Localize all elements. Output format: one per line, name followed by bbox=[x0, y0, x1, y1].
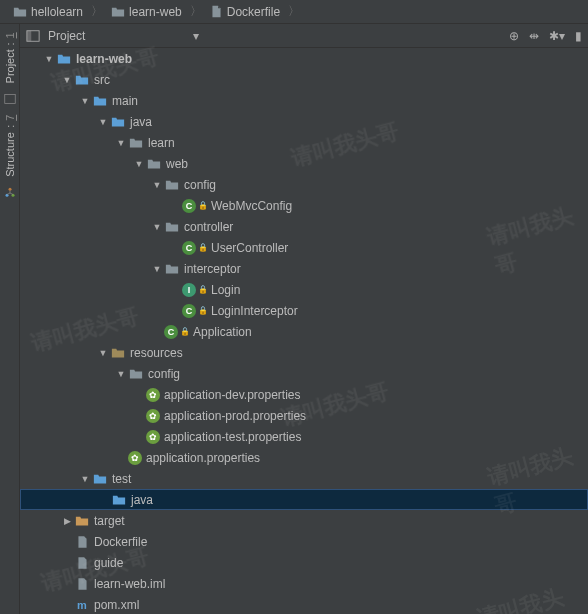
tree-label: Application bbox=[193, 325, 252, 339]
tree-row[interactable]: learn-web.iml bbox=[20, 573, 588, 594]
tree-label: LoginInterceptor bbox=[211, 304, 298, 318]
source-folder-icon bbox=[92, 93, 108, 109]
tree-row[interactable]: ✿application-test.properties bbox=[20, 426, 588, 447]
tree-label: src bbox=[94, 73, 110, 87]
tree-label: UserController bbox=[211, 241, 288, 255]
tree-row[interactable]: C🔒LoginInterceptor bbox=[20, 300, 588, 321]
project-tree[interactable]: ▼learn-web▼src▼main▼java▼learn▼web▼confi… bbox=[20, 48, 588, 614]
target-folder-icon bbox=[74, 513, 90, 529]
tree-label: learn bbox=[148, 136, 175, 150]
sidebar-tabs: Project : 1 Structure : 7 bbox=[0, 24, 20, 614]
source-folder-icon bbox=[92, 471, 108, 487]
expand-arrow[interactable]: ▼ bbox=[96, 348, 110, 358]
properties-icon: ✿ bbox=[146, 388, 160, 402]
file-icon bbox=[210, 5, 223, 18]
target-icon[interactable]: ⊕ bbox=[509, 29, 519, 43]
class-icon: C bbox=[182, 304, 196, 318]
tree-row[interactable]: ▼test bbox=[20, 468, 588, 489]
expand-arrow[interactable]: ▼ bbox=[132, 159, 146, 169]
expand-arrow[interactable]: ▼ bbox=[42, 54, 56, 64]
tree-row[interactable]: C🔒Application bbox=[20, 321, 588, 342]
breadcrumb: hellolearn 〉 learn-web 〉 Dockerfile 〉 bbox=[0, 0, 588, 24]
tree-row[interactable]: C🔒UserController bbox=[20, 237, 588, 258]
class-icon: C bbox=[182, 199, 196, 213]
breadcrumb-item-file[interactable]: Dockerfile bbox=[203, 2, 287, 22]
breadcrumb-item-root[interactable]: hellolearn bbox=[6, 2, 90, 22]
tree-row[interactable]: ▼src bbox=[20, 69, 588, 90]
tree-row[interactable]: ▼learn bbox=[20, 132, 588, 153]
project-toolbar: Project ▾ ⊕ ⇹ ✱▾ ▮ bbox=[0, 24, 588, 48]
svg-rect-1 bbox=[27, 30, 31, 41]
properties-icon: ✿ bbox=[128, 451, 142, 465]
expand-arrow[interactable]: ▼ bbox=[150, 180, 164, 190]
breadcrumb-separator: 〉 bbox=[190, 3, 202, 20]
source-folder-icon bbox=[74, 72, 90, 88]
tree-label: application-dev.properties bbox=[164, 388, 301, 402]
sidebar-tab-project[interactable]: Project : 1 bbox=[3, 28, 17, 87]
tree-row[interactable]: ▼config bbox=[20, 174, 588, 195]
file-icon bbox=[74, 555, 90, 571]
tree-row[interactable]: mpom.xml bbox=[20, 594, 588, 614]
expand-arrow[interactable]: ▼ bbox=[114, 369, 128, 379]
project-mini-icon bbox=[4, 93, 16, 105]
tree-row[interactable]: ▼interceptor bbox=[20, 258, 588, 279]
expand-arrow[interactable]: ▼ bbox=[60, 75, 74, 85]
tree-row[interactable]: ✿application-dev.properties bbox=[20, 384, 588, 405]
source-folder-icon bbox=[110, 114, 126, 130]
expand-arrow[interactable]: ▼ bbox=[114, 138, 128, 148]
tree-label: learn-web bbox=[76, 52, 132, 66]
tree-label: interceptor bbox=[184, 262, 241, 276]
tree-row[interactable]: ✿application.properties bbox=[20, 447, 588, 468]
tree-row[interactable]: ▼main bbox=[20, 90, 588, 111]
tree-label: web bbox=[166, 157, 188, 171]
expand-arrow[interactable]: ▼ bbox=[78, 474, 92, 484]
folder-icon bbox=[128, 135, 144, 151]
class-icon: C bbox=[182, 241, 196, 255]
expand-arrow[interactable]: ▼ bbox=[78, 96, 92, 106]
dropdown-icon[interactable]: ▾ bbox=[193, 29, 199, 43]
tree-row[interactable]: ▼resources bbox=[20, 342, 588, 363]
lock-badge: 🔒 bbox=[180, 327, 190, 336]
tree-row[interactable]: ✿application-prod.properties bbox=[20, 405, 588, 426]
settings-icon[interactable]: ✱▾ bbox=[549, 29, 565, 43]
tree-row[interactable]: ▶target bbox=[20, 510, 588, 531]
breadcrumb-item-project[interactable]: learn-web bbox=[104, 2, 189, 22]
tree-label: WebMvcConfig bbox=[211, 199, 292, 213]
tree-row[interactable]: ▼web bbox=[20, 153, 588, 174]
tree-row[interactable]: C🔒WebMvcConfig bbox=[20, 195, 588, 216]
tree-row[interactable]: ▼learn-web bbox=[20, 48, 588, 69]
tree-row[interactable]: ▼controller bbox=[20, 216, 588, 237]
folder-icon bbox=[13, 5, 27, 19]
lock-badge: 🔒 bbox=[198, 201, 208, 210]
tree-row[interactable]: I🔒Login bbox=[20, 279, 588, 300]
tree-row[interactable]: java bbox=[20, 489, 588, 510]
file-icon bbox=[74, 534, 90, 550]
tree-label: java bbox=[130, 115, 152, 129]
tree-row[interactable]: Dockerfile bbox=[20, 531, 588, 552]
tree-label: test bbox=[112, 472, 131, 486]
expand-arrow[interactable]: ▶ bbox=[60, 516, 74, 526]
toolbar-title[interactable]: Project bbox=[48, 29, 85, 43]
svg-rect-2 bbox=[4, 95, 15, 104]
tree-label: Dockerfile bbox=[94, 535, 147, 549]
hide-icon[interactable]: ▮ bbox=[575, 29, 582, 43]
lock-badge: 🔒 bbox=[198, 285, 208, 294]
tree-row[interactable]: ▼java bbox=[20, 111, 588, 132]
properties-icon: ✿ bbox=[146, 409, 160, 423]
source-folder-icon bbox=[111, 492, 127, 508]
folder-icon bbox=[164, 177, 180, 193]
expand-arrow[interactable]: ▼ bbox=[150, 222, 164, 232]
properties-icon: ✿ bbox=[146, 430, 160, 444]
expand-arrow[interactable]: ▼ bbox=[150, 264, 164, 274]
file-icon bbox=[74, 576, 90, 592]
tree-label: guide bbox=[94, 556, 123, 570]
tree-row[interactable]: guide bbox=[20, 552, 588, 573]
folder-icon bbox=[111, 5, 125, 19]
tree-label: config bbox=[148, 367, 180, 381]
folder-icon bbox=[128, 366, 144, 382]
folder-icon bbox=[164, 261, 180, 277]
collapse-icon[interactable]: ⇹ bbox=[529, 29, 539, 43]
tree-row[interactable]: ▼config bbox=[20, 363, 588, 384]
expand-arrow[interactable]: ▼ bbox=[96, 117, 110, 127]
sidebar-tab-structure[interactable]: Structure : 7 bbox=[3, 111, 17, 181]
